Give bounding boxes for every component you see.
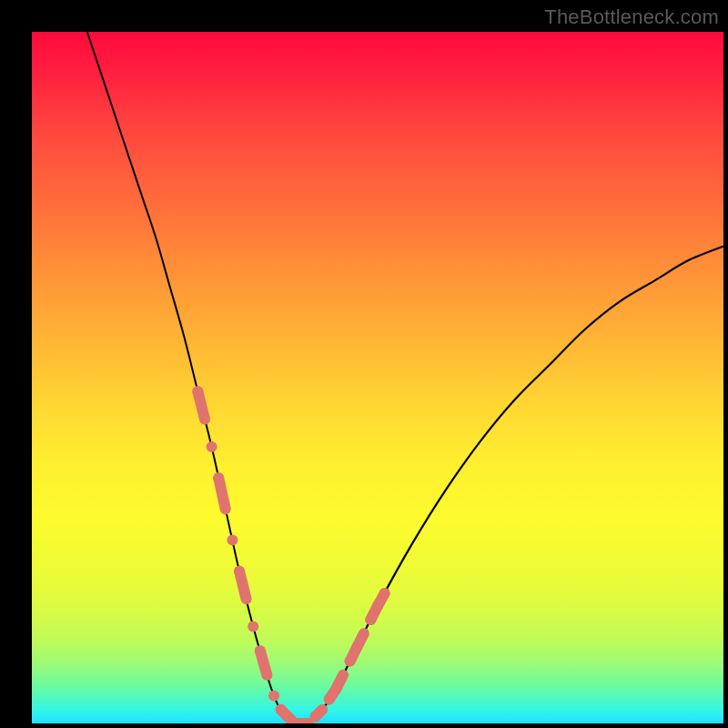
highlight-dot [248,622,258,632]
highlight-segment [357,633,364,647]
highlight-segment [239,571,247,599]
bottleneck-curve [32,32,723,723]
chart-stage: TheBottleneck.com [0,0,728,728]
plot-area [32,32,723,723]
highlight-dot [227,535,238,546]
highlight-segment [197,391,205,419]
highlight-dot [207,441,217,452]
highlight-dot [379,588,390,599]
highlight-segment [316,710,323,717]
highlight-dot [268,691,279,702]
watermark-text: TheBottleneck.com [544,5,719,29]
curve-left-branch [87,32,308,723]
marker-group [192,386,389,723]
highlight-segment [260,651,268,675]
highlight-segment [336,675,343,689]
highlight-segment [218,478,226,509]
